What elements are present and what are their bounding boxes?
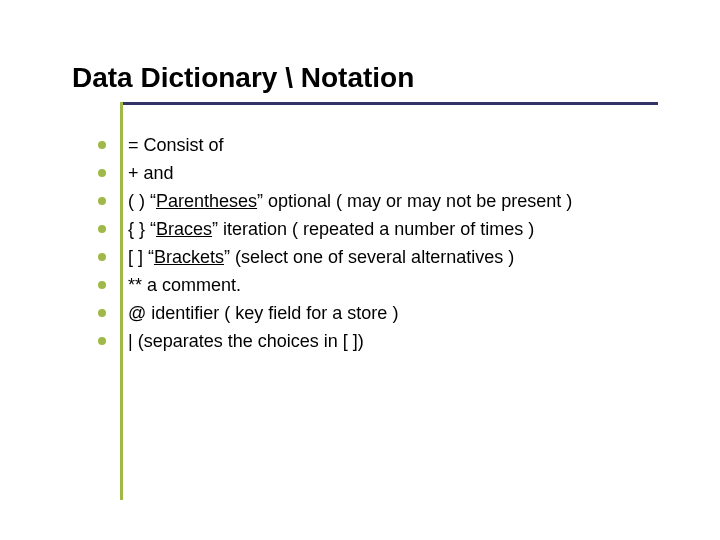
item-text: + and (128, 163, 174, 183)
list-item: { } “Braces” iteration ( repeated a numb… (98, 216, 672, 243)
bullet-list: = Consist of + and ( ) “Parentheses” opt… (98, 132, 672, 355)
item-text: ** a comment. (128, 275, 241, 295)
item-text: | (separates the choices in [ ]) (128, 331, 364, 351)
item-text: = Consist of (128, 135, 224, 155)
list-item: ** a comment. (98, 272, 672, 299)
bullet-icon (98, 141, 106, 149)
bullet-icon (98, 197, 106, 205)
bullet-icon (98, 253, 106, 261)
list-item: = Consist of (98, 132, 672, 159)
item-text: @ identifier ( key field for a store ) (128, 303, 398, 323)
bullet-icon (98, 281, 106, 289)
list-item: @ identifier ( key field for a store ) (98, 300, 672, 327)
bullet-icon (98, 169, 106, 177)
list-item: ( ) “Parentheses” optional ( may or may … (98, 188, 672, 215)
bullet-icon (98, 309, 106, 317)
list-item: | (separates the choices in [ ]) (98, 328, 672, 355)
bullet-icon (98, 337, 106, 345)
item-text: [ ] “Brackets” (select one of several al… (128, 247, 514, 267)
list-item: [ ] “Brackets” (select one of several al… (98, 244, 672, 271)
horizontal-rule (120, 102, 658, 105)
item-text: { } “Braces” iteration ( repeated a numb… (128, 219, 534, 239)
list-item: + and (98, 160, 672, 187)
item-text: ( ) “Parentheses” optional ( may or may … (128, 191, 572, 211)
slide-title: Data Dictionary \ Notation (72, 60, 672, 96)
bullet-icon (98, 225, 106, 233)
